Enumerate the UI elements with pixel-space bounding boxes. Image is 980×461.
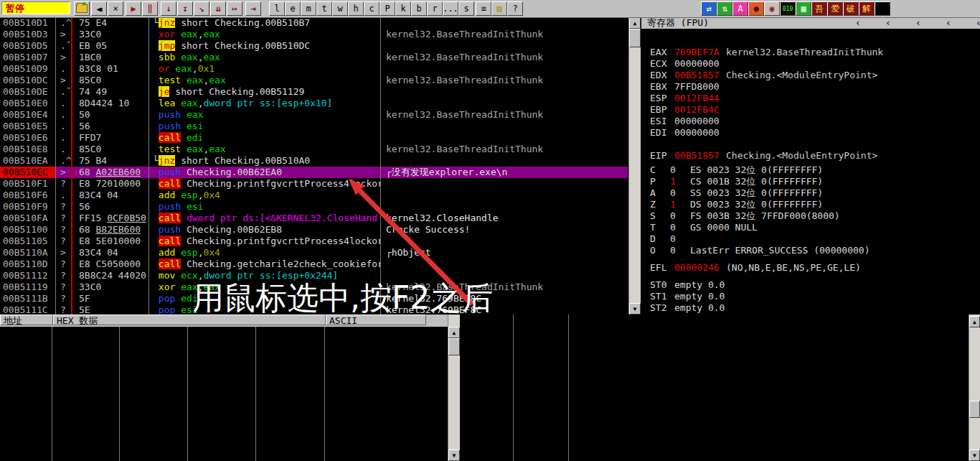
- handles-button[interactable]: h: [348, 1, 364, 16]
- disasm-row[interactable]: 00B510E8.85C0 test eax,eaxkernel32.BaseT…: [0, 144, 628, 155]
- patches-button[interactable]: P: [380, 1, 395, 16]
- disasm-row[interactable]: 00B510D9.83C8 01 or eax,0x1: [0, 63, 628, 75]
- register-row[interactable]: ECX00000000: [641, 58, 980, 70]
- plugin-spiral-button[interactable]: ◉: [764, 1, 780, 16]
- help-button[interactable]: ?: [507, 1, 523, 16]
- register-row[interactable]: ESI00000000: [641, 116, 980, 127]
- animate-into-button[interactable]: ↘: [194, 1, 209, 16]
- flag-row[interactable]: D0: [641, 233, 980, 245]
- plugin-jie-button[interactable]: 解: [859, 1, 875, 16]
- flag-row[interactable]: O0LastErr ERROR_SUCCESS (00000000): [641, 245, 980, 256]
- disasm-row[interactable]: 00B510EA.^75 B4└jnz short Checking.00B51…: [0, 155, 628, 167]
- plugin-wu-button[interactable]: 吾: [811, 1, 827, 16]
- panel-collapse-icon[interactable]: ‹: [976, 17, 980, 29]
- scroll-down-icon[interactable]: ▼: [629, 303, 641, 315]
- flag-row[interactable]: P1CS 001B 32位 0(FFFFFFFF): [641, 176, 980, 187]
- executable-modules-button[interactable]: e: [285, 1, 301, 16]
- disasm-row[interactable]: 00B510DC>85C0 test eax,eaxkernel32.BaseT…: [0, 75, 628, 86]
- disasm-row[interactable]: 00B510E4.50 push eaxkernel32.BaseThreadI…: [0, 109, 628, 121]
- memory-map-button[interactable]: m: [301, 1, 316, 16]
- pause-button[interactable]: ‖: [142, 1, 158, 16]
- step-into-button[interactable]: ↓: [161, 1, 176, 16]
- disasm-row[interactable]: 00B510E6.FFD7 call edi: [0, 132, 628, 144]
- disasm-row[interactable]: 00B5110D?E8 C5050000 call Checking.getch…: [0, 259, 628, 270]
- windows-button[interactable]: w: [332, 1, 348, 16]
- disassembly-panel[interactable]: 00B510D1.^75 E4└jnz short Checking.00B51…: [0, 17, 628, 315]
- plugin-updown-button[interactable]: ⇅: [717, 1, 732, 16]
- disasm-row[interactable]: 00B510F6.83C4 04 add esp,0x4: [0, 190, 628, 201]
- hex-dump-panel[interactable]: 地址 HEX 数据 ASCII 00B5F0005D 64 9D 7625 65…: [0, 315, 448, 461]
- scroll-up-icon[interactable]: ▲: [629, 17, 641, 29]
- plugin-ai-button[interactable]: 爱: [827, 1, 843, 16]
- dump-scrollbar[interactable]: ▲ ▼: [448, 315, 460, 461]
- restart-button[interactable]: ◀◀: [91, 1, 107, 16]
- disasm-row[interactable]: 00B510E0.8D4424 10 lea eax,dword ptr ss:…: [0, 98, 628, 109]
- scroll-thumb[interactable]: [629, 29, 641, 47]
- disasm-row[interactable]: 00B510F9?56 push esi: [0, 201, 628, 213]
- register-row[interactable]: EBX7FFD8000: [641, 81, 980, 93]
- register-row[interactable]: EAX769BEF7Akernel32.BaseThreadInitThunk: [641, 47, 980, 58]
- column-divider[interactable]: [380, 17, 381, 315]
- disasm-row[interactable]: 00B510E5.56 push esi: [0, 121, 628, 132]
- plugin-swap-button[interactable]: ⇄: [701, 1, 717, 16]
- register-row[interactable]: EBP0012FB4C: [641, 104, 980, 116]
- log-window-button[interactable]: l: [269, 1, 285, 16]
- eflags-row[interactable]: EFL00000246(NO,NB,E,BE,NS,PE,GE,LE): [641, 262, 980, 274]
- run-trace-button[interactable]: ...: [443, 1, 458, 16]
- disasm-row[interactable]: 00B510DE.ˇ74 49 je short Checking.00B511…: [0, 86, 628, 98]
- execute-till-user-code-button[interactable]: ⇥: [245, 1, 261, 16]
- scroll-up-icon[interactable]: ▲: [969, 316, 980, 327]
- close-window-button[interactable]: ×: [108, 1, 123, 16]
- threads-button[interactable]: t: [316, 1, 332, 16]
- column-divider[interactable]: [55, 17, 56, 315]
- flag-row[interactable]: S0FS 003B 32位 7FFDF000(8000): [641, 210, 980, 222]
- disasm-row[interactable]: 00B51105?E8 5E010000 call Checking.print…: [0, 236, 628, 247]
- disasm-row[interactable]: 00B510D5.ˇEB 05 jmp short Checking.00B51…: [0, 40, 628, 52]
- dump-address-header[interactable]: 地址: [0, 315, 53, 325]
- disasm-row[interactable]: 00B510F1?E8 72010000 call Checking.print…: [0, 178, 628, 190]
- plugin-target-button[interactable]: ●: [748, 1, 764, 16]
- flag-row[interactable]: A0SS 0023 32位 0(FFFFFFFF): [641, 187, 980, 199]
- scroll-up-icon[interactable]: ▲: [448, 327, 460, 338]
- appearance-button[interactable]: ▤: [491, 1, 507, 16]
- cpu-window-button[interactable]: c: [364, 1, 380, 16]
- registers-panel[interactable]: 寄存器 (FPU) ‹‹‹‹‹ EAX769BEF7Akernel32.Base…: [641, 17, 980, 315]
- plugin-binary-button[interactable]: 010: [780, 1, 796, 16]
- disasm-row[interactable]: 00B5110A>83C4 04 add esp,0x4┌hObject: [0, 247, 628, 259]
- scroll-down-icon[interactable]: ▼: [969, 450, 980, 461]
- disasm-row[interactable]: 00B510EC>↓68 A02EB600 push Checking.00B6…: [0, 167, 628, 178]
- plugin-po-button[interactable]: 破: [843, 1, 859, 16]
- flag-row[interactable]: Z1DS 0023 32位 0(FFFFFFFF): [641, 199, 980, 210]
- execute-till-return-button[interactable]: ↦: [227, 1, 242, 16]
- breakpoints-button[interactable]: b: [411, 1, 427, 16]
- open-file-button[interactable]: [74, 1, 90, 16]
- disasm-row[interactable]: 00B510D7>1BC0 sbb eax,eaxkernel32.BaseTh…: [0, 52, 628, 63]
- register-row-eip[interactable]: EIP00B51857Checking.<ModuleEntryPoint>: [641, 150, 980, 162]
- step-over-button[interactable]: ↧: [177, 1, 193, 16]
- disasm-row[interactable]: 00B510D1.^75 E4└jnz short Checking.00B51…: [0, 17, 628, 29]
- flag-row[interactable]: C0ES 0023 32位 0(FFFFFFFF): [641, 164, 980, 176]
- call-stack-button[interactable]: k: [395, 1, 411, 16]
- panel-collapse-icon[interactable]: ‹: [915, 17, 921, 29]
- register-row[interactable]: ESP0012FB44: [641, 93, 980, 104]
- fpu-row[interactable]: ST0empty 0.0: [641, 279, 980, 291]
- register-row[interactable]: EDI00000000: [641, 127, 980, 139]
- stack-panel[interactable]: 0012FB44769BEF8C返回到 kernel32.769BEF8C001…: [465, 315, 969, 461]
- flag-row[interactable]: T0GS 0000 NULL: [641, 222, 980, 233]
- plugin-black-button[interactable]: [875, 1, 890, 16]
- plugin-window-button[interactable]: ▦: [796, 1, 811, 16]
- plugin-a-button[interactable]: A: [732, 1, 748, 16]
- scroll-thumb[interactable]: [448, 338, 460, 355]
- panel-collapse-icon[interactable]: ‹: [885, 17, 891, 29]
- stack-scrollbar[interactable]: ▲ ▼: [969, 315, 980, 461]
- fpu-row[interactable]: ST2empty 0.0: [641, 302, 980, 314]
- fpu-row[interactable]: ST1empty 0.0: [641, 291, 980, 302]
- panel-collapse-icon[interactable]: ‹: [855, 17, 861, 29]
- scroll-down-icon[interactable]: ▼: [448, 450, 460, 461]
- animate-over-button[interactable]: ⇊: [210, 1, 226, 16]
- disasm-scrollbar[interactable]: ▲ ▼: [628, 17, 641, 315]
- references-button[interactable]: r: [427, 1, 443, 16]
- scroll-thumb[interactable]: [969, 401, 980, 418]
- disasm-row[interactable]: 00B51100?68 B82EB600 push Checking.00B62…: [0, 224, 628, 236]
- panel-collapse-icon[interactable]: ‹: [946, 17, 951, 29]
